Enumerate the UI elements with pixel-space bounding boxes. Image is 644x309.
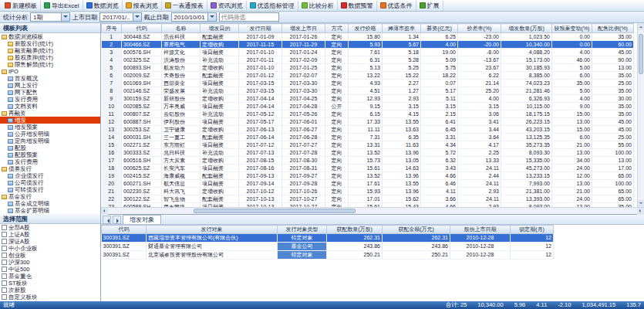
checkbox[interactable]: [2, 267, 7, 272]
tree-item-18[interactable]: 配股预案: [0, 151, 100, 158]
column-header[interactable]: 发行对象类型: [278, 226, 327, 234]
checkbox[interactable]: [2, 239, 7, 244]
code-filter-input[interactable]: [219, 12, 279, 22]
tree-item-7[interactable]: 首发概况: [0, 75, 100, 82]
range-item-5[interactable]: 创业板: [0, 252, 100, 259]
tab-placement-objects[interactable]: 增发对象: [123, 215, 161, 224]
column-header[interactable]: 序号: [102, 24, 122, 33]
table-row[interactable]: 300391.SZ财通基金管理有限公司基金公司243.86243.862010-…: [102, 243, 554, 251]
table-row[interactable]: 19002415.SZ海康威视配套融资2017-09-132017-09-27定…: [102, 172, 634, 180]
scroll-right-icon[interactable]: [637, 208, 644, 215]
tree-item-17[interactable]: 配股: [0, 144, 100, 151]
column-header[interactable]: 价差率(%): [458, 24, 501, 33]
column-header[interactable]: 增发目的: [201, 24, 239, 33]
toolbar-button-5[interactable]: 一表通报表: [162, 1, 207, 11]
table-row[interactable]: 10002085.SZ万丰奥威项目融资2017-04-142017-04-28公…: [102, 103, 634, 110]
table-row[interactable]: 11000807.SZ云铝股份补充流动2017-05-122017-05-26定…: [102, 110, 634, 118]
table-row[interactable]: 3600576.SH祥源文化项目融资2017-01-102017-01-24定向…: [102, 49, 634, 56]
column-header[interactable]: 募资(亿元): [421, 24, 458, 33]
range-item-6[interactable]: 沪深300: [0, 259, 100, 266]
tab-scroll-right-icon[interactable]: [113, 216, 121, 224]
column-header[interactable]: 获配数量(万股): [327, 226, 383, 234]
tree-item-15[interactable]: 公开增发明细: [0, 131, 100, 138]
tree-item-26[interactable]: 基金扩募明细: [0, 207, 100, 214]
column-header[interactable]: 增发上市日: [282, 24, 325, 33]
column-header[interactable]: 较预案变动(%): [552, 24, 592, 33]
table-row[interactable]: 16300333.SZ兆日科技补充流动2017-07-132017-07-28定…: [102, 149, 634, 157]
tree-item-25[interactable]: 基金成立明细: [0, 200, 100, 207]
tree-item-10[interactable]: 发行费用: [0, 96, 100, 103]
range-item-1[interactable]: 全部A股: [0, 224, 100, 231]
checkbox[interactable]: [2, 246, 7, 251]
chevron-down-icon[interactable]: [207, 13, 216, 21]
range-item-3[interactable]: 深证A股: [0, 238, 100, 245]
tree-item-22[interactable]: 公司债发行: [0, 179, 100, 186]
table-row[interactable]: 300391.SZ北京诚睿投资管理股份有限公司特定对象250.21250.212…: [102, 251, 554, 260]
table-row[interactable]: 5600893.SH航发动力定增收购2017-01-102017-01-25定向…: [102, 64, 634, 72]
table-row[interactable]: 17600516.SH方大炭素定增收购2017-08-152017-08-30定…: [102, 157, 634, 165]
listing-date-combo[interactable]: 2017/01/..: [99, 12, 142, 22]
tree-item-8[interactable]: 网上发行: [0, 82, 100, 89]
tree-item-6[interactable]: IPO: [0, 68, 100, 75]
scroll-up-icon[interactable]: [638, 23, 644, 30]
table-row[interactable]: 12600887.SH伊利股份项目融资2017-05-172017-06-01定…: [102, 118, 634, 126]
tab-scroll-left-icon[interactable]: [103, 216, 111, 224]
range-item-7[interactable]: 中证500: [0, 266, 100, 273]
checkbox[interactable]: [2, 253, 7, 258]
table-row[interactable]: 8002146.SZ荣盛发展补充流动2017-03-152017-03-30定向…: [102, 87, 634, 95]
scroll-left-icon[interactable]: [101, 208, 108, 215]
tree-item-3[interactable]: 融资融券(统计): [0, 47, 100, 54]
chevron-down-icon[interactable]: [133, 13, 141, 21]
column-header[interactable]: 发行对象: [147, 226, 278, 234]
tree-item-12[interactable]: 再融资: [0, 110, 100, 117]
tree-item-4[interactable]: 股权质押(统计): [0, 54, 100, 61]
stat-period-combo[interactable]: 1期: [30, 12, 70, 22]
toolbar-button-8[interactable]: 比较分析: [298, 1, 338, 11]
toolbar-button-9[interactable]: 数据预警: [338, 1, 377, 11]
table-row[interactable]: 9300159.SZ新研股份定增收购2017-04-142017-04-25定向…: [102, 95, 634, 103]
range-item-9[interactable]: ST板块: [0, 280, 100, 287]
tree-item-1[interactable]: 数据浏览模板: [0, 33, 100, 40]
column-header[interactable]: 摊薄市盈率: [383, 24, 421, 33]
tree-item-11[interactable]: 文档资料: [0, 103, 100, 110]
table-row[interactable]: 14600031.SH三一重工配套融资2017-06-142017-06-28定…: [102, 134, 634, 141]
checkbox[interactable]: [2, 260, 7, 265]
table-row[interactable]: 21002230.SZ科大讯飞定增收购2017-10-122017-10-26定…: [102, 188, 634, 195]
checkbox[interactable]: [2, 232, 7, 237]
table-row[interactable]: 4002325.SZ洪涛股份补充流动2017-01-112017-02-09定向…: [102, 56, 634, 64]
checkbox[interactable]: [2, 280, 7, 286]
tree-item-2[interactable]: 新股发行(统计): [0, 40, 100, 47]
table-row[interactable]: 22300122.SZ智飞生物配套融资2017-10-132017-10-27定…: [102, 195, 634, 203]
tree-item-14[interactable]: 增发预案: [0, 124, 100, 131]
range-item-8[interactable]: 基金重仓: [0, 273, 100, 280]
tree-item-24[interactable]: 基金发行: [0, 193, 100, 200]
cutoff-date-combo[interactable]: 2010/10/01: [171, 12, 217, 22]
table-row[interactable]: 1300448.SZ浩云科技配套融资2017-01-092017-01-26定向…: [102, 33, 634, 41]
toolbar-button-7[interactable]: 优选指标管理: [247, 1, 298, 11]
column-header[interactable]: 发行价格: [349, 24, 383, 33]
column-header[interactable]: 名称: [162, 24, 201, 33]
tree-item-23[interactable]: 可转债发行: [0, 186, 100, 193]
chevron-down-icon[interactable]: [61, 13, 69, 21]
toolbar-button-3[interactable]: 数据浏览: [83, 1, 123, 11]
scrollbar-thumb[interactable]: [194, 209, 356, 213]
tree-item-16[interactable]: 定向增发明细: [0, 138, 100, 144]
checkbox[interactable]: [2, 273, 7, 279]
column-header[interactable]: 锁定期(月): [511, 226, 554, 234]
table-row[interactable]: 18000625.SZ长安汽车项目融资2017-08-162017-08-31定…: [102, 165, 634, 172]
toolbar-button-4[interactable]: 报表浏览: [123, 1, 162, 11]
tree-item-9[interactable]: 网下配售: [0, 89, 100, 96]
column-header[interactable]: 配售比例(%): [592, 24, 634, 33]
vertical-scrollbar[interactable]: [637, 23, 644, 207]
column-header[interactable]: 发行日期: [239, 24, 282, 33]
checkbox[interactable]: [2, 294, 7, 300]
range-item-2[interactable]: 上证A股: [0, 231, 100, 238]
column-header[interactable]: 增发数量(万股): [501, 24, 552, 33]
toolbar-button-11[interactable]: 扩展: [416, 1, 443, 11]
tree-item-20[interactable]: 债券发行: [0, 165, 100, 172]
tree-item-19[interactable]: 发行费用: [0, 158, 100, 165]
range-header[interactable]: 选择范围: [0, 214, 100, 224]
range-item-4[interactable]: 中小企业板: [0, 245, 100, 252]
table-row[interactable]: 7601069.SH西部黄金项目融资2017-03-152017-03-30定向…: [102, 80, 634, 87]
column-header[interactable]: 代码: [102, 226, 147, 234]
